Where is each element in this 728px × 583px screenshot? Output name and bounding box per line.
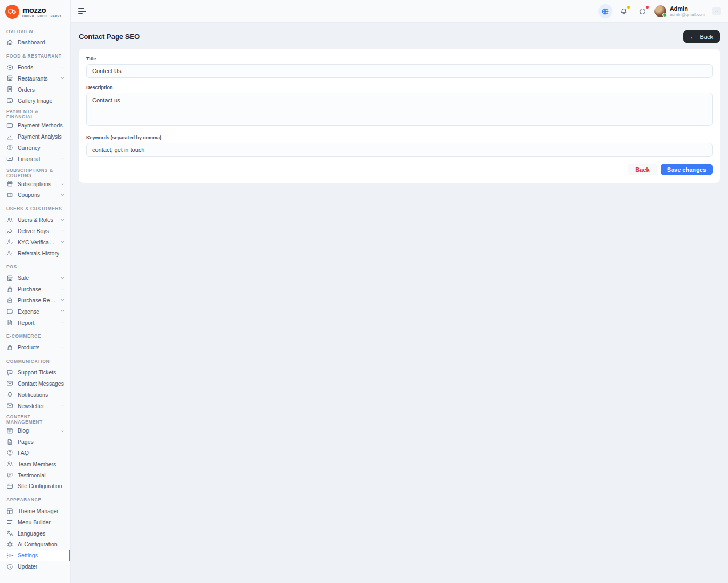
sidebar-nav: OVERVIEWDashboardFOOD & RESTAURANTFoodsR… <box>0 23 70 583</box>
description-textarea[interactable]: Contact us <box>86 93 713 126</box>
user-email: admin@gmail.com <box>670 12 705 17</box>
chevron-down-icon <box>60 428 65 433</box>
sidebar-item-label: Purchase Return <box>18 297 56 304</box>
sidebar-item-label: Gallery Image <box>18 98 52 104</box>
sidebar-item-label: Dashboard <box>18 39 45 45</box>
back-button-form[interactable]: Back <box>628 164 656 175</box>
sidebar-item-blog[interactable]: Blog <box>0 425 70 436</box>
message-badge <box>646 6 649 9</box>
sidebar-item-theme-manager[interactable]: Theme Manager <box>0 506 70 517</box>
sidebar-item-deliver-boys[interactable]: Deliver Boys <box>0 226 70 237</box>
brand-logo[interactable]: mozzo ORDER . FOOD . HAPPY <box>0 0 70 23</box>
sidebar-item-label: Blog <box>18 427 29 434</box>
sidebar-item-label: Subscriptions <box>18 181 51 187</box>
sidebar-item-referrals-history[interactable]: Referrals History <box>0 247 70 259</box>
sidebar-section-title: USERS & CUSTOMERS <box>0 205 70 212</box>
layout-icon <box>6 508 13 515</box>
sidebar-item-label: FAQ <box>18 450 29 456</box>
sidebar-item-languages[interactable]: Languages <box>0 528 70 539</box>
sidebar-item-contact-messages[interactable]: Contact Messages <box>0 378 70 389</box>
user-check-icon <box>6 238 13 245</box>
sidebar-item-menu-builder[interactable]: Menu Builder <box>0 517 70 528</box>
image-icon <box>6 97 13 104</box>
sidebar-item-label: Deliver Boys <box>18 228 49 234</box>
sidebar-item-gallery-image[interactable]: Gallery Image <box>0 95 70 106</box>
save-changes-button[interactable]: Save changes <box>661 164 713 175</box>
back-button-top[interactable]: ← Back <box>683 30 720 43</box>
user-heart-icon <box>6 250 13 257</box>
messages-button[interactable] <box>636 4 650 18</box>
sidebar-item-label: Referrals History <box>18 250 59 257</box>
sidebar-toggle-icon[interactable] <box>78 8 87 14</box>
sidebar-item-team-members[interactable]: Team Members <box>0 458 70 469</box>
sidebar-section-title: APPEARANCE <box>0 497 70 504</box>
sidebar-item-dashboard[interactable]: Dashboard <box>0 37 70 48</box>
bag-icon <box>6 286 13 293</box>
user-name: Admin <box>670 5 705 12</box>
sidebar-item-report[interactable]: Report <box>0 317 70 328</box>
lines-icon <box>6 518 13 525</box>
chevron-down-icon <box>60 320 65 325</box>
notifications-button[interactable] <box>617 4 631 18</box>
sidebar-item-site-configuration[interactable]: Site Configuration <box>0 481 70 492</box>
sidebar-section-title: SUBSCRIPTIONS & COUPONS <box>0 169 70 176</box>
sidebar-item-label: Ai Configuration <box>18 541 58 547</box>
sidebar-item-sale[interactable]: Sale <box>0 273 70 284</box>
content: Contact Page SEO ← Back Title Descriptio… <box>71 23 728 583</box>
sidebar-item-label: Site Configuration <box>18 483 62 489</box>
sidebar-item-foods[interactable]: Foods <box>0 62 70 73</box>
chip-icon <box>6 541 13 548</box>
blog-icon <box>6 427 13 434</box>
sidebar-item-payment-analysis[interactable]: Payment Analysis <box>0 131 70 142</box>
keywords-label: Keywords (separated by comma) <box>86 135 713 140</box>
user-menu[interactable]: Admin admin@gmail.com <box>654 5 705 17</box>
sidebar-item-products[interactable]: Products <box>0 342 70 353</box>
sidebar-item-kyc-verification[interactable]: KYC Verification <box>0 236 70 247</box>
sidebar-item-newsletter[interactable]: Newsletter <box>0 400 70 411</box>
box-icon <box>6 64 13 71</box>
user-menu-caret-button[interactable] <box>712 7 721 15</box>
sidebar-item-subscriptions[interactable]: Subscriptions <box>0 178 70 189</box>
sidebar-item-faq[interactable]: FAQ <box>0 448 70 459</box>
sidebar-item-label: Languages <box>18 530 45 537</box>
sidebar-item-purchase[interactable]: Purchase <box>0 284 70 295</box>
sidebar-item-restaurants[interactable]: Restaurants <box>0 73 70 84</box>
keywords-input[interactable] <box>86 143 713 157</box>
sidebar-item-label: Restaurants <box>18 75 48 82</box>
sidebar-item-pages[interactable]: Pages <box>0 436 70 448</box>
store-icon <box>6 75 13 82</box>
brand-name: mozzo <box>22 6 62 14</box>
sidebar-item-users-roles[interactable]: Users & Roles <box>0 214 70 226</box>
language-globe-button[interactable] <box>598 4 612 18</box>
store-icon <box>6 275 13 282</box>
app-root: mozzo ORDER . FOOD . HAPPY OVERVIEWDashb… <box>0 0 728 583</box>
sidebar-item-coupons[interactable]: Coupons <box>0 189 70 201</box>
sidebar-item-settings[interactable]: Settings <box>0 550 70 561</box>
sidebar-item-support-tickets[interactable]: Support Tickets <box>0 367 70 378</box>
chevron-down-icon <box>60 403 65 408</box>
ticket-icon <box>6 191 13 198</box>
sidebar-item-expense[interactable]: Expense <box>0 306 70 317</box>
sidebar-item-currency[interactable]: Currency <box>0 142 70 154</box>
sidebar-item-financial[interactable]: Financial <box>0 153 70 164</box>
sidebar-item-label: Coupons <box>18 191 40 198</box>
sidebar-item-label: Financial <box>18 156 40 162</box>
sidebar-section-title: FOOD & RESTAURANT <box>0 53 70 60</box>
sidebar-item-label: Report <box>18 320 35 326</box>
bag-icon <box>6 344 13 351</box>
sidebar-item-label: Users & Roles <box>18 217 53 223</box>
sidebar-item-updater[interactable]: Updater <box>0 561 70 572</box>
sidebar-item-label: Support Tickets <box>18 369 56 376</box>
sidebar-section-title: PAYMENTS & FINANCIAL <box>0 111 70 118</box>
chat-icon <box>6 369 13 376</box>
sidebar-item-ai-configuration[interactable]: Ai Configuration <box>0 539 70 550</box>
sidebar-item-testimonial[interactable]: Testimonial <box>0 469 70 481</box>
sidebar-item-orders[interactable]: Orders <box>0 84 70 95</box>
wallet-icon <box>6 308 13 315</box>
sidebar-item-notifications[interactable]: Notifications <box>0 389 70 400</box>
title-input[interactable] <box>86 64 713 78</box>
sidebar-item-payment-methods[interactable]: Payment Methods <box>0 120 70 131</box>
help-icon <box>6 449 13 456</box>
sidebar-section-title: CONTENT MANAGEMENT <box>0 416 70 423</box>
sidebar-item-purchase-return[interactable]: Purchase Return <box>0 295 70 306</box>
